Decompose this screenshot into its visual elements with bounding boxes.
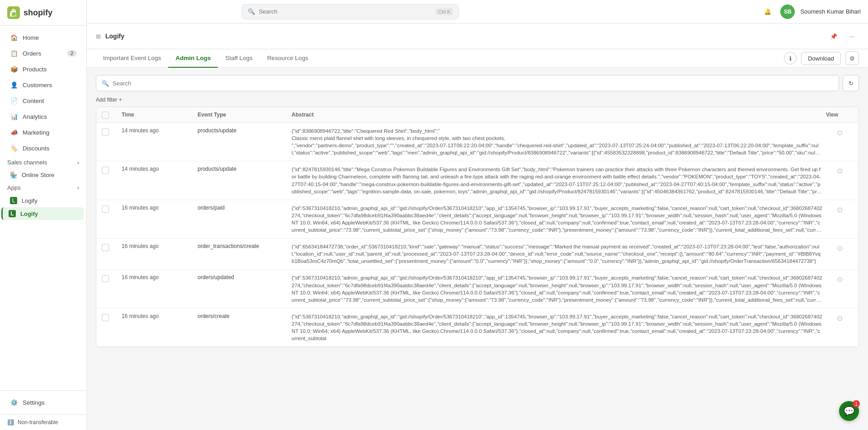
search-input[interactable] — [259, 8, 432, 15]
sidebar-item-label: Discounts — [23, 145, 49, 152]
header-more-button[interactable]: ··· — [844, 29, 859, 43]
content-icon: 📄 — [10, 97, 18, 105]
sidebar-item-label: Content — [23, 98, 44, 104]
apps-label: Apps — [7, 184, 21, 191]
search-bar[interactable]: 🔍 Ctrl K — [242, 4, 459, 19]
orders-badge: 2 — [67, 50, 76, 56]
bottom-banner[interactable]: ℹ️ Non-transferable — [0, 414, 86, 430]
notifications-button[interactable]: 🔔 — [760, 5, 775, 19]
search-icon: 🔍 — [248, 8, 255, 15]
row-view[interactable]: ⊙ — [826, 243, 853, 252]
tab-important-event-logs[interactable]: Important Event Logs — [96, 49, 168, 68]
sidebar-item-content[interactable]: 📄 Content — [3, 93, 84, 108]
log-search-input[interactable] — [113, 80, 833, 87]
tab-admin-logs[interactable]: Admin Logs — [168, 49, 218, 68]
sidebar-app-label: Logify — [22, 197, 38, 204]
chat-button[interactable]: 💬 1 — [839, 401, 859, 421]
sidebar-item-analytics[interactable]: 📊 Analytics — [3, 109, 84, 124]
sales-channels-label: Sales channels — [7, 159, 47, 166]
log-table: Time Event Type Abstract View 14 minutes… — [96, 107, 859, 347]
tabs: Important Event Logs Admin Logs Staff Lo… — [96, 49, 859, 67]
view-icon[interactable]: ⊙ — [837, 128, 843, 137]
sidebar-item-label: Products — [23, 66, 47, 73]
shopify-icon — [7, 6, 20, 19]
view-icon[interactable]: ⊙ — [837, 314, 843, 322]
sidebar: shopify 🏠 Home 📋 Orders 2 📦 Products 👤 C… — [0, 0, 87, 430]
log-search[interactable]: 🔍 — [96, 75, 839, 91]
sidebar-item-settings[interactable]: ⚙️ Settings — [3, 395, 84, 410]
download-label: Download — [808, 55, 834, 62]
select-all-checkbox[interactable] — [102, 112, 109, 119]
logify1-icon: L — [10, 197, 17, 204]
tab-staff-logs[interactable]: Staff Logs — [218, 49, 260, 68]
row-checkbox[interactable] — [102, 127, 118, 136]
download-button[interactable]: Download — [801, 52, 841, 65]
chat-badge: 1 — [853, 400, 860, 407]
row-checkbox[interactable] — [102, 243, 118, 251]
view-icon[interactable]: ⊙ — [837, 206, 843, 214]
topbar: 🔍 Ctrl K 🔔 SB Soumesh Kumar Bihari — [87, 0, 868, 23]
header-view: View — [826, 112, 853, 118]
logo-text: shopify — [24, 8, 52, 18]
sidebar-nav: 🏠 Home 📋 Orders 2 📦 Products 👤 Customers… — [0, 26, 86, 390]
row-checkbox[interactable] — [102, 274, 118, 282]
content-area: Important Event Logs Admin Logs Staff Lo… — [87, 49, 868, 430]
row-abstract: {"id":8386908946722,"title":"Chequered R… — [292, 127, 822, 156]
row-event-type: orders/paid — [198, 205, 288, 211]
logify-header-icon: ⊞ — [96, 33, 101, 40]
row-abstract: {"id":8247815930146,"title":"Mega Constr… — [292, 166, 822, 195]
refresh-button[interactable]: ↻ — [843, 75, 859, 91]
svg-rect-0 — [7, 6, 20, 19]
sidebar-item-label: Orders — [23, 50, 41, 57]
logify2-icon: L — [9, 210, 16, 217]
row-view[interactable]: ⊙ — [826, 166, 853, 175]
view-icon[interactable]: ⊙ — [837, 275, 843, 284]
row-time: 14 minutes ago — [122, 166, 194, 172]
table-settings-button[interactable]: ⚙ — [845, 51, 859, 65]
view-icon[interactable]: ⊙ — [837, 167, 843, 175]
sidebar-item-label: Analytics — [23, 113, 47, 120]
row-event-type: order_transactions/create — [198, 243, 288, 249]
settings-icon: ⚙️ — [10, 398, 18, 407]
header-pin-button[interactable]: 📌 — [826, 29, 841, 43]
add-filter-button[interactable]: Add filter + — [96, 97, 859, 103]
sidebar-item-customers[interactable]: 👤 Customers — [3, 77, 84, 93]
table-row: 16 minutes ago orders/create {"id":53673… — [96, 308, 859, 347]
apps-header[interactable]: Apps › — [0, 182, 86, 194]
sidebar-logo[interactable]: shopify — [0, 0, 86, 26]
table-row: 16 minutes ago orders/updated {"id":5367… — [96, 270, 859, 308]
sidebar-settings: ⚙️ Settings — [0, 390, 86, 414]
row-checkbox[interactable] — [102, 313, 118, 321]
row-time: 16 minutes ago — [122, 274, 194, 280]
info-button[interactable]: ℹ — [784, 52, 797, 65]
sidebar-item-home[interactable]: 🏠 Home — [3, 30, 84, 45]
page-header: ⊞ Logify 📌 ··· — [87, 23, 868, 49]
sales-channels-expand-icon: › — [77, 159, 79, 166]
sidebar-item-orders[interactable]: 📋 Orders 2 — [3, 46, 84, 61]
sidebar-app-logify2[interactable]: L Logify — [1, 207, 84, 220]
topbar-right: 🔔 SB Soumesh Kumar Bihari — [760, 5, 861, 19]
sidebar-item-online-store[interactable]: 🏪 Online Store — [3, 169, 84, 181]
row-abstract: {"id":65634184472738,"order_id":53673104… — [292, 243, 822, 265]
apps-expand-icon: › — [77, 184, 79, 191]
tabs-actions: ℹ Download ⚙ — [784, 51, 859, 65]
sidebar-item-products[interactable]: 📦 Products — [3, 61, 84, 77]
marketing-icon: 📣 — [10, 128, 18, 136]
row-view[interactable]: ⊙ — [826, 205, 853, 214]
row-view[interactable]: ⊙ — [826, 313, 853, 322]
avatar: SB — [780, 5, 795, 19]
tab-resource-logs[interactable]: Resource Logs — [260, 49, 316, 68]
row-event-type: orders/updated — [198, 274, 288, 280]
row-event-type: orders/create — [198, 313, 288, 319]
view-icon[interactable]: ⊙ — [837, 244, 843, 252]
row-checkbox[interactable] — [102, 166, 118, 174]
table-row: 14 minutes ago products/update {"id":824… — [96, 161, 859, 200]
row-checkbox[interactable] — [102, 205, 118, 213]
sidebar-app-logify1[interactable]: L Logify — [3, 194, 84, 207]
row-time: 16 minutes ago — [122, 243, 194, 249]
sidebar-item-discounts[interactable]: 🏷️ Discounts — [3, 140, 84, 156]
row-view[interactable]: ⊙ — [826, 127, 853, 137]
sales-channels-header[interactable]: Sales channels › — [0, 156, 86, 168]
sidebar-item-marketing[interactable]: 📣 Marketing — [3, 125, 84, 140]
row-view[interactable]: ⊙ — [826, 274, 853, 284]
